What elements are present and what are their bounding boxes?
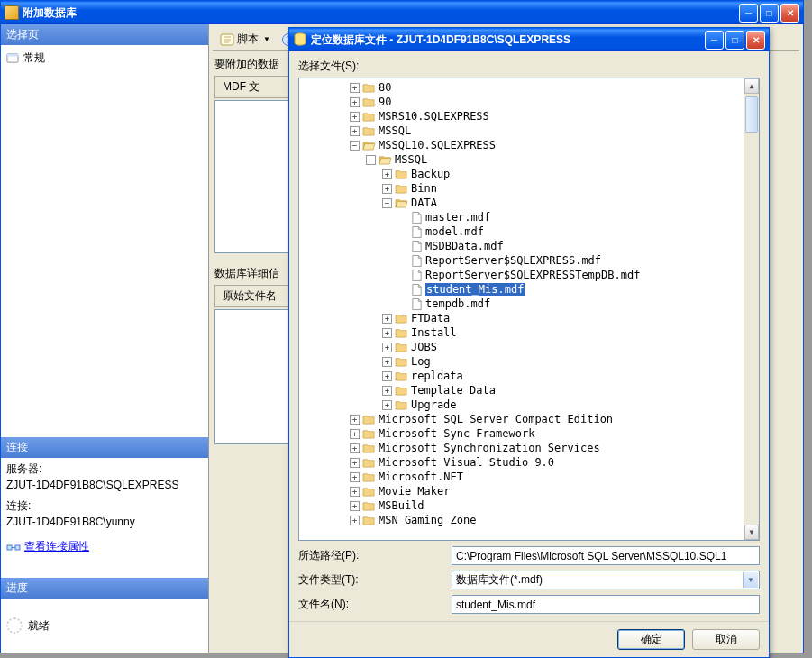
expand-icon[interactable]: + — [350, 501, 360, 511]
main-titlebar[interactable]: 附加数据库 ─ □ ✕ — [1, 1, 803, 24]
tree-item-label[interactable]: model.mdf — [425, 225, 484, 238]
expand-icon[interactable]: + — [350, 112, 360, 122]
tree-folder[interactable]: +80 — [301, 80, 742, 95]
tree-folder[interactable]: +MSRS10.SQLEXPRESS — [301, 109, 742, 123]
tree-folder[interactable]: +Install — [301, 325, 742, 340]
expand-icon[interactable]: + — [350, 415, 360, 425]
tree-item-label[interactable]: ReportServer$SQLEXPRESS.mdf — [425, 254, 601, 267]
tree-item-label[interactable]: FTData — [411, 312, 450, 324]
expand-icon[interactable]: + — [382, 314, 392, 324]
expand-icon[interactable]: + — [382, 400, 392, 410]
tree-item-label[interactable]: Microsoft Synchronization Services — [379, 442, 600, 454]
tree-folder[interactable]: +Microsoft Visual Studio 9.0 — [301, 455, 742, 470]
expand-icon[interactable]: + — [350, 126, 360, 136]
tree-folder[interactable]: +Microsoft Synchronization Services — [301, 441, 742, 455]
tree-folder[interactable]: −DATA — [301, 196, 742, 210]
minimize-button[interactable]: ─ — [739, 4, 758, 23]
tree-item-label[interactable]: Backup — [411, 168, 450, 180]
tree-file[interactable]: ReportServer$SQLEXPRESS.mdf — [301, 253, 742, 268]
expand-icon[interactable]: + — [382, 386, 392, 396]
expand-icon[interactable]: + — [382, 169, 392, 179]
tree-folder[interactable]: +repldata — [301, 369, 742, 383]
tree-item-label[interactable]: DATA — [411, 196, 437, 209]
expand-icon[interactable]: + — [350, 443, 360, 453]
scroll-down-button[interactable]: ▼ — [744, 525, 759, 540]
tree-item-label[interactable]: Microsoft Visual Studio 9.0 — [379, 456, 554, 469]
chevron-down-icon[interactable]: ▼ — [743, 572, 758, 588]
ok-button[interactable]: 确定 — [617, 629, 685, 650]
tree-file[interactable]: model.mdf — [301, 224, 742, 239]
expand-icon[interactable]: + — [350, 487, 360, 497]
tree-item-label[interactable]: JOBS — [411, 341, 437, 353]
collapse-icon[interactable]: − — [350, 141, 360, 151]
collapse-icon[interactable]: − — [366, 155, 376, 165]
tree-folder[interactable]: +FTData — [301, 311, 742, 325]
file-tree[interactable]: +80+90+MSRS10.SQLEXPRESS+MSSQL−MSSQL10.S… — [298, 78, 760, 541]
tree-folder[interactable]: +Template Data — [301, 383, 742, 398]
tree-folder[interactable]: +Microsoft Sync Framework — [301, 426, 742, 441]
expand-icon[interactable]: + — [350, 97, 360, 107]
type-combo[interactable]: 数据库文件(*.mdf) ▼ — [452, 571, 760, 589]
tree-folder[interactable]: +Binn — [301, 181, 742, 196]
tree-folder[interactable]: +Movie Maker — [301, 484, 742, 498]
tree-folder[interactable]: +Microsoft SQL Server Compact Edition — [301, 412, 742, 426]
expand-icon[interactable]: + — [350, 429, 360, 439]
tree-item-label[interactable]: Binn — [411, 182, 437, 195]
script-button[interactable]: 脚本 ▼ — [216, 30, 274, 49]
tree-item-label[interactable]: Microsoft.NET — [379, 471, 463, 483]
tree-folder[interactable]: +JOBS — [301, 340, 742, 354]
tree-item-label[interactable]: master.mdf — [425, 211, 490, 224]
maximize-button[interactable]: □ — [760, 4, 779, 23]
tree-item-label[interactable]: Upgrade — [411, 398, 457, 411]
expand-icon[interactable]: + — [350, 458, 360, 468]
expand-icon[interactable]: + — [350, 83, 360, 93]
tree-item-label[interactable]: MSBuild — [379, 499, 424, 512]
tree-item-label[interactable]: Template Data — [411, 384, 496, 397]
tree-item-label[interactable]: MSRS10.SQLEXPRESS — [379, 110, 489, 123]
tree-folder[interactable]: +Log — [301, 354, 742, 369]
tree-item-label[interactable]: Microsoft SQL Server Compact Edition — [379, 413, 613, 425]
expand-icon[interactable]: + — [382, 184, 392, 194]
expand-icon[interactable]: + — [382, 343, 392, 352]
vertical-scrollbar[interactable]: ▲ ▼ — [744, 78, 759, 540]
tree-item-label[interactable]: tempdb.mdf — [425, 297, 490, 310]
tree-item-label[interactable]: student_Mis.mdf — [425, 283, 525, 296]
tree-item-label[interactable]: 80 — [379, 81, 391, 94]
dialog-close-button[interactable]: ✕ — [746, 31, 765, 50]
tree-item-label[interactable]: Log — [411, 355, 431, 368]
tree-item-label[interactable]: ReportServer$SQLEXPRESSTempDB.mdf — [425, 269, 640, 281]
tree-folder[interactable]: +90 — [301, 95, 742, 109]
tree-item-label[interactable]: Install — [411, 326, 457, 339]
tree-folder[interactable]: −MSSQL — [301, 152, 742, 167]
dialog-titlebar[interactable]: 定位数据库文件 - ZJUT-1D4DF91B8C\SQLEXPRESS ─ □… — [289, 28, 769, 51]
expand-icon[interactable]: + — [382, 357, 392, 367]
path-field[interactable]: C:\Program Files\Microsoft SQL Server\MS… — [452, 546, 760, 565]
tree-folder[interactable]: +Microsoft.NET — [301, 470, 742, 484]
tree-item-label[interactable]: 90 — [379, 96, 391, 108]
tree-item-label[interactable]: MSSQL — [395, 153, 427, 166]
tree-item-label[interactable]: Movie Maker — [379, 485, 450, 498]
expand-icon[interactable]: + — [382, 371, 392, 381]
dialog-maximize-button[interactable]: □ — [725, 31, 744, 50]
tree-item-label[interactable]: MSN Gaming Zone — [379, 514, 476, 526]
dialog-minimize-button[interactable]: ─ — [705, 31, 724, 50]
tree-item-label[interactable]: MSSQL — [379, 124, 411, 137]
tree-file[interactable]: ReportServer$SQLEXPRESSTempDB.mdf — [301, 268, 742, 282]
cancel-button[interactable]: 取消 — [692, 629, 760, 650]
tree-folder[interactable]: +MSN Gaming Zone — [301, 513, 742, 527]
tree-folder[interactable]: +MSBuild — [301, 498, 742, 513]
tree-file[interactable]: tempdb.mdf — [301, 297, 742, 311]
tree-item-label[interactable]: Microsoft Sync Framework — [379, 427, 534, 440]
tree-file[interactable]: student_Mis.mdf — [301, 282, 742, 297]
tree-folder[interactable]: +MSSQL — [301, 123, 742, 138]
tree-file[interactable]: MSDBData.mdf — [301, 239, 742, 253]
expand-icon[interactable]: + — [350, 516, 360, 525]
scroll-up-button[interactable]: ▲ — [744, 78, 759, 94]
tree-file[interactable]: master.mdf — [301, 210, 742, 224]
expand-icon[interactable]: + — [382, 328, 392, 338]
page-general[interactable]: 常规 — [6, 49, 203, 68]
collapse-icon[interactable]: − — [382, 198, 392, 208]
tree-item-label[interactable]: MSSQL10.SQLEXPRESS — [379, 139, 496, 151]
filename-field[interactable]: student_Mis.mdf — [452, 595, 760, 614]
scroll-thumb[interactable] — [745, 96, 758, 133]
